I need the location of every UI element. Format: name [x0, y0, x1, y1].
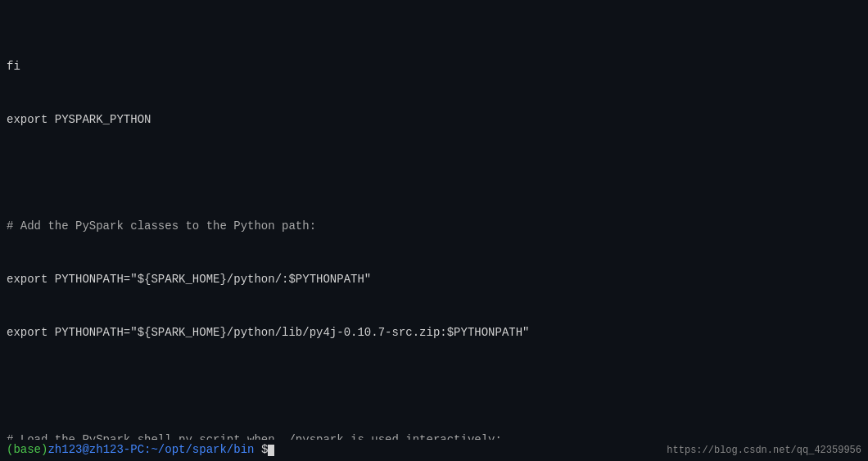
- prompt-line[interactable]: (base) zh123@zh123-PC :~/opt/spark/bin $: [7, 441, 274, 459]
- empty-2: [7, 377, 861, 395]
- prompt-base: (base): [7, 441, 47, 459]
- cursor: [268, 445, 274, 456]
- url-watermark: https://blog.csdn.net/qq_42359956: [667, 443, 861, 459]
- line-fi-top: fi: [7, 58, 861, 76]
- line-export-pythonpath-1: export PYTHONPATH="${SPARK_HOME}/python/…: [7, 271, 861, 289]
- line-export-pyspark-python: export PYSPARK_PYTHON: [7, 111, 861, 129]
- line-export-pythonpath-2: export PYTHONPATH="${SPARK_HOME}/python/…: [7, 324, 861, 342]
- prompt-path: :~/opt/spark/bin: [144, 441, 254, 459]
- terminal-window: fi export PYSPARK_PYTHON # Add the PySpa…: [0, 0, 868, 461]
- prompt-dollar-sign: $: [261, 441, 268, 459]
- prompt-user-host: zh123@zh123-PC: [47, 441, 144, 459]
- empty-1: [7, 165, 861, 183]
- bottom-bar: (base) zh123@zh123-PC :~/opt/spark/bin $…: [0, 440, 868, 461]
- prompt-dollar: [254, 441, 260, 459]
- line-comment-add: # Add the PySpark classes to the Python …: [7, 218, 861, 236]
- code-content: fi export PYSPARK_PYTHON # Add the PySpa…: [7, 5, 861, 461]
